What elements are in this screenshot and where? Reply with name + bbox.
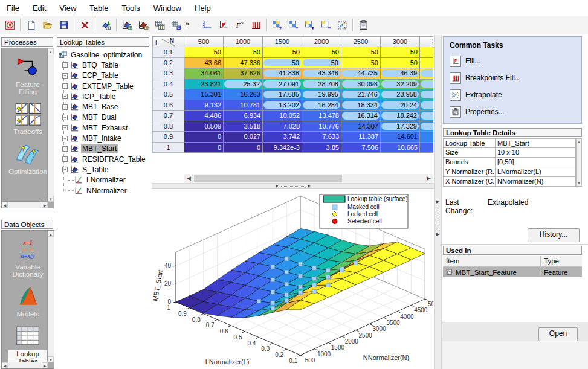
table-cell[interactable]: 16.263 xyxy=(224,89,263,100)
scroll-right-icon[interactable]: ▶ xyxy=(42,362,48,368)
table-cell[interactable]: 0 xyxy=(184,143,224,153)
menu-window[interactable]: Window xyxy=(147,0,188,16)
table-cell[interactable]: 14.601 xyxy=(381,132,420,143)
tree-item-MBT_Intake[interactable]: +MBT_Intake xyxy=(57,133,150,143)
table-cell[interactable]: 3.742 xyxy=(263,132,302,143)
tree-item-NNormalizer[interactable]: NNormalizer xyxy=(57,185,150,196)
scrollbar-thumb[interactable] xyxy=(194,175,342,182)
menu-edit[interactable]: Edit xyxy=(26,0,53,16)
table-cell[interactable]: 20.24 xyxy=(381,100,420,111)
row-header-1[interactable]: 1 xyxy=(152,143,184,153)
expand-icon[interactable]: + xyxy=(62,83,68,89)
table-cell[interactable] xyxy=(420,47,433,58)
table-cell[interactable]: 32.209 xyxy=(381,79,420,90)
expand-icon[interactable]: + xyxy=(62,125,68,130)
row-header-0.5[interactable]: 0.5 xyxy=(152,89,184,100)
table-cell[interactable]: 30.098 xyxy=(341,79,381,90)
column-header-3000[interactable]: 3000 xyxy=(381,36,420,47)
task-fill[interactable]: FFill... xyxy=(450,55,480,67)
expand-icon[interactable]: + xyxy=(62,146,68,152)
table-cell[interactable]: 23.821 xyxy=(184,79,224,90)
delete-icon[interactable] xyxy=(77,18,93,33)
table-cell[interactable]: 18.242 xyxy=(381,111,420,121)
mask-add-icon[interactable] xyxy=(269,18,285,33)
mask-sub-icon[interactable] xyxy=(285,18,302,33)
tree-item-Gasoline_optimization[interactable]: Gasoline_optimization xyxy=(57,50,150,60)
table-cell[interactable]: 7.506 xyxy=(341,143,381,153)
clipboard-icon[interactable] xyxy=(355,18,372,33)
tree-item-EXTEMP_Table[interactable]: +EXTEMP_Table xyxy=(57,81,150,91)
table-cell[interactable]: 10.052 xyxy=(263,111,302,121)
table-cell[interactable]: 7.028 xyxy=(263,121,302,132)
details-value[interactable]: NNormalizer(N) xyxy=(495,177,576,187)
table-cell[interactable]: 14.307 xyxy=(341,121,381,132)
scroll-down-icon[interactable]: ▼ xyxy=(48,196,54,202)
used-in-row[interactable]: MBT_Start_FeatureFeature xyxy=(443,267,582,277)
table-cell[interactable]: 47.336 xyxy=(224,58,263,69)
axes-icon[interactable] xyxy=(199,18,215,33)
surf-new-icon[interactable] xyxy=(119,18,135,33)
table-cell[interactable]: 50 xyxy=(381,47,420,58)
scroll-left-icon[interactable]: ◀ xyxy=(2,202,8,208)
details-value[interactable]: [0,50] xyxy=(495,158,576,167)
expand-icon[interactable]: + xyxy=(62,167,68,172)
table-cell[interactable]: 50 xyxy=(381,58,420,69)
tree-item-MBT_Exhaust[interactable]: +MBT_Exhaust xyxy=(57,123,150,133)
row-header-0.2[interactable]: 0.2 xyxy=(152,58,184,69)
scroll-up-icon[interactable]: ▲ xyxy=(577,139,581,145)
fx-icon[interactable]: F~ xyxy=(231,18,248,33)
sidebar-item-optimization[interactable]: Optimization xyxy=(8,141,47,175)
scroll-left-icon[interactable]: ◀ xyxy=(184,174,193,183)
table-cell[interactable]: 16.284 xyxy=(302,100,341,111)
table-cell[interactable] xyxy=(420,68,433,79)
row-header-0.6[interactable]: 0.6 xyxy=(152,100,184,111)
table-cell[interactable]: 27.091 xyxy=(263,79,302,90)
details-value[interactable]: 10 x 10 xyxy=(495,148,576,158)
row-header-0.1[interactable]: 0.1 xyxy=(152,47,184,58)
menu-help[interactable]: Help xyxy=(188,0,218,16)
expand-icon[interactable]: + xyxy=(62,136,68,141)
table-cell[interactable]: 0 xyxy=(224,143,263,153)
table-cell[interactable]: 10.776 xyxy=(302,121,341,132)
table-cell[interactable]: 50 xyxy=(341,58,381,69)
tree-item-MBT_Dual[interactable]: +MBT_Dual xyxy=(57,112,150,123)
bars-icon[interactable] xyxy=(248,18,264,33)
column-header-500[interactable]: 500 xyxy=(184,36,224,47)
surf-table-icon[interactable] xyxy=(135,18,152,33)
column-header-3500[interactable]: 3500 xyxy=(420,36,433,47)
expand-icon[interactable]: + xyxy=(62,73,68,79)
task-breakpoints-fill[interactable]: Breakpoints Fill... xyxy=(450,72,521,84)
horizontal-splitter[interactable]: ▼▼ xyxy=(152,183,434,189)
sidebar-item-feature-filling[interactable]: Feature Filling xyxy=(8,54,47,95)
open-button[interactable]: Open xyxy=(538,327,578,341)
expand-icon[interactable]: + xyxy=(62,104,68,110)
table-cell[interactable]: 50 xyxy=(302,58,341,69)
expand-icon[interactable]: + xyxy=(62,94,68,99)
toolbar-overflow-icon[interactable]: » xyxy=(184,20,192,31)
table-cell[interactable]: 9.342e-3 xyxy=(263,143,302,153)
panel-vertical-scrollbar[interactable]: ▲▼ xyxy=(47,231,54,362)
table-cell[interactable]: 23.958 xyxy=(381,89,420,100)
vertical-splitter[interactable]: ▶▶ xyxy=(434,35,442,369)
table-cell[interactable]: 7.633 xyxy=(302,132,341,143)
table-cell[interactable]: 11.387 xyxy=(341,132,381,143)
tree-item-RESIDFRAC_Table[interactable]: +RESIDFRAC_Table xyxy=(57,154,150,164)
scroll-down-icon[interactable]: ▼ xyxy=(48,356,54,362)
scroll-up-icon[interactable]: ▲ xyxy=(48,48,54,54)
row-header-0.7[interactable]: 0.7 xyxy=(152,111,184,121)
sidebar-item-tradeoffs[interactable]: Tradeoffs xyxy=(8,101,47,135)
vertical-splitter-handle[interactable]: ▶▶ xyxy=(435,199,441,237)
details-value[interactable]: LNormalizer(L) xyxy=(495,167,576,177)
row-header-0.4[interactable]: 0.4 xyxy=(152,79,184,90)
expand-icon[interactable]: + xyxy=(62,115,68,120)
column-header-1500[interactable]: 1500 xyxy=(263,36,302,47)
scroll-right-icon[interactable]: ▶ xyxy=(42,202,48,208)
table-cell[interactable]: 28.708 xyxy=(302,79,341,90)
column-header-2000[interactable]: 2000 xyxy=(302,36,341,47)
open-icon[interactable] xyxy=(39,18,56,33)
table-cell[interactable] xyxy=(420,79,433,90)
table-export-icon[interactable] xyxy=(168,18,184,33)
tree-item-BTQ_Table[interactable]: +BTQ_Table xyxy=(57,60,150,70)
table-cell[interactable]: 43.66 xyxy=(184,58,224,69)
panel-horizontal-scrollbar[interactable]: ◀▶ xyxy=(2,362,48,368)
